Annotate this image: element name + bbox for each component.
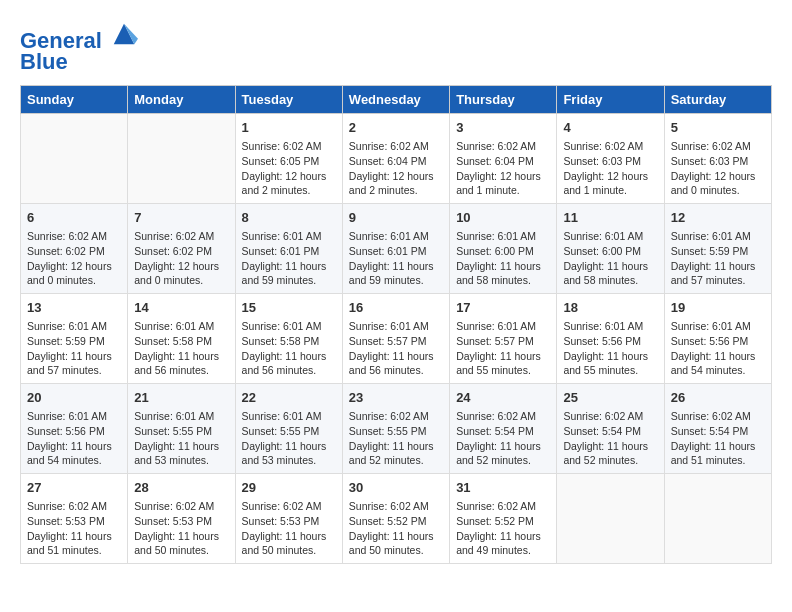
calendar-cell: 17Sunrise: 6:01 AM Sunset: 5:57 PM Dayli… bbox=[450, 294, 557, 384]
day-info: Sunrise: 6:01 AM Sunset: 6:00 PM Dayligh… bbox=[456, 229, 550, 288]
calendar-cell: 21Sunrise: 6:01 AM Sunset: 5:55 PM Dayli… bbox=[128, 384, 235, 474]
day-number: 5 bbox=[671, 119, 765, 137]
day-number: 2 bbox=[349, 119, 443, 137]
calendar-week-row: 6Sunrise: 6:02 AM Sunset: 6:02 PM Daylig… bbox=[21, 204, 772, 294]
day-number: 28 bbox=[134, 479, 228, 497]
day-info: Sunrise: 6:02 AM Sunset: 6:03 PM Dayligh… bbox=[563, 139, 657, 198]
day-info: Sunrise: 6:01 AM Sunset: 5:58 PM Dayligh… bbox=[242, 319, 336, 378]
day-number: 13 bbox=[27, 299, 121, 317]
weekday-header: Sunday bbox=[21, 86, 128, 114]
calendar-cell: 10Sunrise: 6:01 AM Sunset: 6:00 PM Dayli… bbox=[450, 204, 557, 294]
calendar-cell: 13Sunrise: 6:01 AM Sunset: 5:59 PM Dayli… bbox=[21, 294, 128, 384]
page-header: General Blue bbox=[20, 20, 772, 75]
day-info: Sunrise: 6:01 AM Sunset: 5:59 PM Dayligh… bbox=[27, 319, 121, 378]
calendar-cell: 22Sunrise: 6:01 AM Sunset: 5:55 PM Dayli… bbox=[235, 384, 342, 474]
weekday-header: Friday bbox=[557, 86, 664, 114]
day-number: 30 bbox=[349, 479, 443, 497]
weekday-header: Saturday bbox=[664, 86, 771, 114]
calendar-table: SundayMondayTuesdayWednesdayThursdayFrid… bbox=[20, 85, 772, 564]
day-number: 26 bbox=[671, 389, 765, 407]
day-info: Sunrise: 6:02 AM Sunset: 6:05 PM Dayligh… bbox=[242, 139, 336, 198]
day-number: 21 bbox=[134, 389, 228, 407]
day-number: 23 bbox=[349, 389, 443, 407]
day-info: Sunrise: 6:01 AM Sunset: 5:56 PM Dayligh… bbox=[671, 319, 765, 378]
day-info: Sunrise: 6:02 AM Sunset: 5:55 PM Dayligh… bbox=[349, 409, 443, 468]
weekday-header: Thursday bbox=[450, 86, 557, 114]
day-number: 16 bbox=[349, 299, 443, 317]
calendar-cell bbox=[128, 114, 235, 204]
calendar-cell: 31Sunrise: 6:02 AM Sunset: 5:52 PM Dayli… bbox=[450, 473, 557, 563]
calendar-cell: 27Sunrise: 6:02 AM Sunset: 5:53 PM Dayli… bbox=[21, 473, 128, 563]
day-number: 18 bbox=[563, 299, 657, 317]
calendar-cell: 26Sunrise: 6:02 AM Sunset: 5:54 PM Dayli… bbox=[664, 384, 771, 474]
day-number: 25 bbox=[563, 389, 657, 407]
day-number: 31 bbox=[456, 479, 550, 497]
day-info: Sunrise: 6:01 AM Sunset: 5:57 PM Dayligh… bbox=[349, 319, 443, 378]
logo: General Blue bbox=[20, 20, 138, 75]
calendar-cell: 12Sunrise: 6:01 AM Sunset: 5:59 PM Dayli… bbox=[664, 204, 771, 294]
day-info: Sunrise: 6:02 AM Sunset: 5:52 PM Dayligh… bbox=[456, 499, 550, 558]
day-number: 10 bbox=[456, 209, 550, 227]
calendar-week-row: 1Sunrise: 6:02 AM Sunset: 6:05 PM Daylig… bbox=[21, 114, 772, 204]
day-number: 17 bbox=[456, 299, 550, 317]
day-number: 4 bbox=[563, 119, 657, 137]
day-info: Sunrise: 6:01 AM Sunset: 5:55 PM Dayligh… bbox=[134, 409, 228, 468]
day-number: 11 bbox=[563, 209, 657, 227]
calendar-cell: 2Sunrise: 6:02 AM Sunset: 6:04 PM Daylig… bbox=[342, 114, 449, 204]
day-number: 9 bbox=[349, 209, 443, 227]
day-number: 12 bbox=[671, 209, 765, 227]
day-number: 6 bbox=[27, 209, 121, 227]
day-info: Sunrise: 6:01 AM Sunset: 6:01 PM Dayligh… bbox=[242, 229, 336, 288]
calendar-cell bbox=[557, 473, 664, 563]
weekday-header: Monday bbox=[128, 86, 235, 114]
calendar-cell: 3Sunrise: 6:02 AM Sunset: 6:04 PM Daylig… bbox=[450, 114, 557, 204]
day-info: Sunrise: 6:02 AM Sunset: 6:03 PM Dayligh… bbox=[671, 139, 765, 198]
calendar-week-row: 20Sunrise: 6:01 AM Sunset: 5:56 PM Dayli… bbox=[21, 384, 772, 474]
day-number: 24 bbox=[456, 389, 550, 407]
weekday-header: Tuesday bbox=[235, 86, 342, 114]
calendar-cell: 19Sunrise: 6:01 AM Sunset: 5:56 PM Dayli… bbox=[664, 294, 771, 384]
calendar-week-row: 27Sunrise: 6:02 AM Sunset: 5:53 PM Dayli… bbox=[21, 473, 772, 563]
calendar-cell: 7Sunrise: 6:02 AM Sunset: 6:02 PM Daylig… bbox=[128, 204, 235, 294]
calendar-cell: 25Sunrise: 6:02 AM Sunset: 5:54 PM Dayli… bbox=[557, 384, 664, 474]
day-number: 27 bbox=[27, 479, 121, 497]
day-number: 20 bbox=[27, 389, 121, 407]
day-info: Sunrise: 6:01 AM Sunset: 5:57 PM Dayligh… bbox=[456, 319, 550, 378]
day-info: Sunrise: 6:01 AM Sunset: 5:56 PM Dayligh… bbox=[563, 319, 657, 378]
day-number: 3 bbox=[456, 119, 550, 137]
calendar-cell: 15Sunrise: 6:01 AM Sunset: 5:58 PM Dayli… bbox=[235, 294, 342, 384]
day-number: 7 bbox=[134, 209, 228, 227]
calendar-cell: 14Sunrise: 6:01 AM Sunset: 5:58 PM Dayli… bbox=[128, 294, 235, 384]
calendar-cell: 28Sunrise: 6:02 AM Sunset: 5:53 PM Dayli… bbox=[128, 473, 235, 563]
day-info: Sunrise: 6:01 AM Sunset: 6:01 PM Dayligh… bbox=[349, 229, 443, 288]
day-info: Sunrise: 6:02 AM Sunset: 5:54 PM Dayligh… bbox=[671, 409, 765, 468]
day-number: 29 bbox=[242, 479, 336, 497]
day-info: Sunrise: 6:02 AM Sunset: 5:53 PM Dayligh… bbox=[134, 499, 228, 558]
calendar-cell: 4Sunrise: 6:02 AM Sunset: 6:03 PM Daylig… bbox=[557, 114, 664, 204]
day-info: Sunrise: 6:02 AM Sunset: 6:02 PM Dayligh… bbox=[134, 229, 228, 288]
day-info: Sunrise: 6:02 AM Sunset: 5:53 PM Dayligh… bbox=[27, 499, 121, 558]
calendar-header: SundayMondayTuesdayWednesdayThursdayFrid… bbox=[21, 86, 772, 114]
day-info: Sunrise: 6:01 AM Sunset: 5:56 PM Dayligh… bbox=[27, 409, 121, 468]
calendar-cell: 9Sunrise: 6:01 AM Sunset: 6:01 PM Daylig… bbox=[342, 204, 449, 294]
day-info: Sunrise: 6:02 AM Sunset: 5:54 PM Dayligh… bbox=[456, 409, 550, 468]
calendar-cell bbox=[664, 473, 771, 563]
day-info: Sunrise: 6:01 AM Sunset: 5:55 PM Dayligh… bbox=[242, 409, 336, 468]
day-info: Sunrise: 6:02 AM Sunset: 5:54 PM Dayligh… bbox=[563, 409, 657, 468]
day-number: 8 bbox=[242, 209, 336, 227]
day-info: Sunrise: 6:02 AM Sunset: 6:02 PM Dayligh… bbox=[27, 229, 121, 288]
calendar-cell: 11Sunrise: 6:01 AM Sunset: 6:00 PM Dayli… bbox=[557, 204, 664, 294]
calendar-cell: 8Sunrise: 6:01 AM Sunset: 6:01 PM Daylig… bbox=[235, 204, 342, 294]
day-info: Sunrise: 6:01 AM Sunset: 6:00 PM Dayligh… bbox=[563, 229, 657, 288]
day-info: Sunrise: 6:01 AM Sunset: 5:59 PM Dayligh… bbox=[671, 229, 765, 288]
day-info: Sunrise: 6:02 AM Sunset: 5:52 PM Dayligh… bbox=[349, 499, 443, 558]
calendar-cell: 6Sunrise: 6:02 AM Sunset: 6:02 PM Daylig… bbox=[21, 204, 128, 294]
calendar-week-row: 13Sunrise: 6:01 AM Sunset: 5:59 PM Dayli… bbox=[21, 294, 772, 384]
calendar-cell: 5Sunrise: 6:02 AM Sunset: 6:03 PM Daylig… bbox=[664, 114, 771, 204]
calendar-cell bbox=[21, 114, 128, 204]
weekday-header: Wednesday bbox=[342, 86, 449, 114]
calendar-cell: 16Sunrise: 6:01 AM Sunset: 5:57 PM Dayli… bbox=[342, 294, 449, 384]
day-info: Sunrise: 6:02 AM Sunset: 6:04 PM Dayligh… bbox=[349, 139, 443, 198]
day-number: 1 bbox=[242, 119, 336, 137]
calendar-cell: 29Sunrise: 6:02 AM Sunset: 5:53 PM Dayli… bbox=[235, 473, 342, 563]
